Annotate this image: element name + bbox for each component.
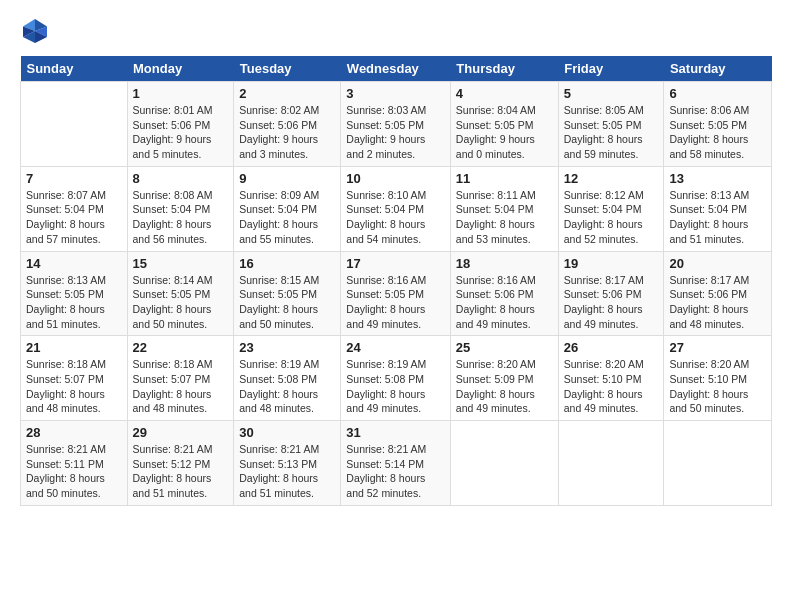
calendar-cell: 28Sunrise: 8:21 AMSunset: 5:11 PMDayligh… [21, 421, 128, 506]
week-row-0: 1Sunrise: 8:01 AMSunset: 5:06 PMDaylight… [21, 82, 772, 167]
day-number: 11 [456, 171, 553, 186]
day-info: Sunrise: 8:19 AMSunset: 5:08 PMDaylight:… [346, 357, 445, 416]
day-info: Sunrise: 8:14 AMSunset: 5:05 PMDaylight:… [133, 273, 229, 332]
week-row-4: 28Sunrise: 8:21 AMSunset: 5:11 PMDayligh… [21, 421, 772, 506]
day-header-sunday: Sunday [21, 56, 128, 82]
day-info: Sunrise: 8:17 AMSunset: 5:06 PMDaylight:… [669, 273, 766, 332]
day-number: 31 [346, 425, 445, 440]
calendar-cell: 17Sunrise: 8:16 AMSunset: 5:05 PMDayligh… [341, 251, 451, 336]
day-info: Sunrise: 8:18 AMSunset: 5:07 PMDaylight:… [133, 357, 229, 416]
day-info: Sunrise: 8:04 AMSunset: 5:05 PMDaylight:… [456, 103, 553, 162]
calendar-cell: 31Sunrise: 8:21 AMSunset: 5:14 PMDayligh… [341, 421, 451, 506]
day-info: Sunrise: 8:21 AMSunset: 5:13 PMDaylight:… [239, 442, 335, 501]
header [20, 16, 772, 46]
day-info: Sunrise: 8:16 AMSunset: 5:05 PMDaylight:… [346, 273, 445, 332]
day-header-wednesday: Wednesday [341, 56, 451, 82]
day-number: 18 [456, 256, 553, 271]
day-number: 5 [564, 86, 659, 101]
day-info: Sunrise: 8:02 AMSunset: 5:06 PMDaylight:… [239, 103, 335, 162]
day-info: Sunrise: 8:21 AMSunset: 5:12 PMDaylight:… [133, 442, 229, 501]
week-row-1: 7Sunrise: 8:07 AMSunset: 5:04 PMDaylight… [21, 166, 772, 251]
calendar-cell [664, 421, 772, 506]
calendar-cell: 21Sunrise: 8:18 AMSunset: 5:07 PMDayligh… [21, 336, 128, 421]
calendar-cell: 1Sunrise: 8:01 AMSunset: 5:06 PMDaylight… [127, 82, 234, 167]
day-info: Sunrise: 8:13 AMSunset: 5:04 PMDaylight:… [669, 188, 766, 247]
day-number: 10 [346, 171, 445, 186]
day-info: Sunrise: 8:11 AMSunset: 5:04 PMDaylight:… [456, 188, 553, 247]
calendar-cell: 12Sunrise: 8:12 AMSunset: 5:04 PMDayligh… [558, 166, 664, 251]
day-number: 12 [564, 171, 659, 186]
header-row: SundayMondayTuesdayWednesdayThursdayFrid… [21, 56, 772, 82]
calendar-cell [558, 421, 664, 506]
day-number: 8 [133, 171, 229, 186]
day-info: Sunrise: 8:09 AMSunset: 5:04 PMDaylight:… [239, 188, 335, 247]
day-number: 22 [133, 340, 229, 355]
calendar-body: 1Sunrise: 8:01 AMSunset: 5:06 PMDaylight… [21, 82, 772, 506]
day-number: 3 [346, 86, 445, 101]
calendar-cell: 16Sunrise: 8:15 AMSunset: 5:05 PMDayligh… [234, 251, 341, 336]
day-number: 16 [239, 256, 335, 271]
calendar-cell: 26Sunrise: 8:20 AMSunset: 5:10 PMDayligh… [558, 336, 664, 421]
day-number: 1 [133, 86, 229, 101]
calendar-cell: 6Sunrise: 8:06 AMSunset: 5:05 PMDaylight… [664, 82, 772, 167]
day-info: Sunrise: 8:08 AMSunset: 5:04 PMDaylight:… [133, 188, 229, 247]
day-info: Sunrise: 8:21 AMSunset: 5:14 PMDaylight:… [346, 442, 445, 501]
day-info: Sunrise: 8:01 AMSunset: 5:06 PMDaylight:… [133, 103, 229, 162]
calendar-cell: 13Sunrise: 8:13 AMSunset: 5:04 PMDayligh… [664, 166, 772, 251]
calendar-cell [450, 421, 558, 506]
calendar-cell: 8Sunrise: 8:08 AMSunset: 5:04 PMDaylight… [127, 166, 234, 251]
day-info: Sunrise: 8:19 AMSunset: 5:08 PMDaylight:… [239, 357, 335, 416]
day-number: 29 [133, 425, 229, 440]
calendar-cell: 9Sunrise: 8:09 AMSunset: 5:04 PMDaylight… [234, 166, 341, 251]
calendar-cell [21, 82, 128, 167]
day-header-monday: Monday [127, 56, 234, 82]
page-container: SundayMondayTuesdayWednesdayThursdayFrid… [0, 0, 792, 516]
day-header-tuesday: Tuesday [234, 56, 341, 82]
logo-icon [20, 16, 50, 46]
day-info: Sunrise: 8:07 AMSunset: 5:04 PMDaylight:… [26, 188, 122, 247]
day-info: Sunrise: 8:18 AMSunset: 5:07 PMDaylight:… [26, 357, 122, 416]
calendar-header: SundayMondayTuesdayWednesdayThursdayFrid… [21, 56, 772, 82]
day-number: 2 [239, 86, 335, 101]
day-info: Sunrise: 8:10 AMSunset: 5:04 PMDaylight:… [346, 188, 445, 247]
calendar-cell: 5Sunrise: 8:05 AMSunset: 5:05 PMDaylight… [558, 82, 664, 167]
calendar-cell: 18Sunrise: 8:16 AMSunset: 5:06 PMDayligh… [450, 251, 558, 336]
day-number: 27 [669, 340, 766, 355]
day-number: 9 [239, 171, 335, 186]
day-info: Sunrise: 8:16 AMSunset: 5:06 PMDaylight:… [456, 273, 553, 332]
calendar-cell: 2Sunrise: 8:02 AMSunset: 5:06 PMDaylight… [234, 82, 341, 167]
calendar-cell: 10Sunrise: 8:10 AMSunset: 5:04 PMDayligh… [341, 166, 451, 251]
day-number: 20 [669, 256, 766, 271]
day-number: 7 [26, 171, 122, 186]
day-header-friday: Friday [558, 56, 664, 82]
calendar-cell: 7Sunrise: 8:07 AMSunset: 5:04 PMDaylight… [21, 166, 128, 251]
week-row-3: 21Sunrise: 8:18 AMSunset: 5:07 PMDayligh… [21, 336, 772, 421]
day-number: 15 [133, 256, 229, 271]
day-number: 14 [26, 256, 122, 271]
calendar-cell: 22Sunrise: 8:18 AMSunset: 5:07 PMDayligh… [127, 336, 234, 421]
calendar-cell: 15Sunrise: 8:14 AMSunset: 5:05 PMDayligh… [127, 251, 234, 336]
calendar-cell: 27Sunrise: 8:20 AMSunset: 5:10 PMDayligh… [664, 336, 772, 421]
calendar-cell: 20Sunrise: 8:17 AMSunset: 5:06 PMDayligh… [664, 251, 772, 336]
day-info: Sunrise: 8:06 AMSunset: 5:05 PMDaylight:… [669, 103, 766, 162]
calendar-cell: 14Sunrise: 8:13 AMSunset: 5:05 PMDayligh… [21, 251, 128, 336]
day-header-thursday: Thursday [450, 56, 558, 82]
calendar-cell: 11Sunrise: 8:11 AMSunset: 5:04 PMDayligh… [450, 166, 558, 251]
day-number: 30 [239, 425, 335, 440]
day-info: Sunrise: 8:20 AMSunset: 5:10 PMDaylight:… [564, 357, 659, 416]
day-number: 23 [239, 340, 335, 355]
calendar-cell: 29Sunrise: 8:21 AMSunset: 5:12 PMDayligh… [127, 421, 234, 506]
calendar-cell: 3Sunrise: 8:03 AMSunset: 5:05 PMDaylight… [341, 82, 451, 167]
day-info: Sunrise: 8:20 AMSunset: 5:09 PMDaylight:… [456, 357, 553, 416]
day-info: Sunrise: 8:20 AMSunset: 5:10 PMDaylight:… [669, 357, 766, 416]
day-number: 19 [564, 256, 659, 271]
calendar-cell: 23Sunrise: 8:19 AMSunset: 5:08 PMDayligh… [234, 336, 341, 421]
day-number: 26 [564, 340, 659, 355]
calendar-cell: 24Sunrise: 8:19 AMSunset: 5:08 PMDayligh… [341, 336, 451, 421]
day-number: 24 [346, 340, 445, 355]
calendar-cell: 25Sunrise: 8:20 AMSunset: 5:09 PMDayligh… [450, 336, 558, 421]
calendar-cell: 30Sunrise: 8:21 AMSunset: 5:13 PMDayligh… [234, 421, 341, 506]
day-info: Sunrise: 8:17 AMSunset: 5:06 PMDaylight:… [564, 273, 659, 332]
day-number: 25 [456, 340, 553, 355]
day-header-saturday: Saturday [664, 56, 772, 82]
